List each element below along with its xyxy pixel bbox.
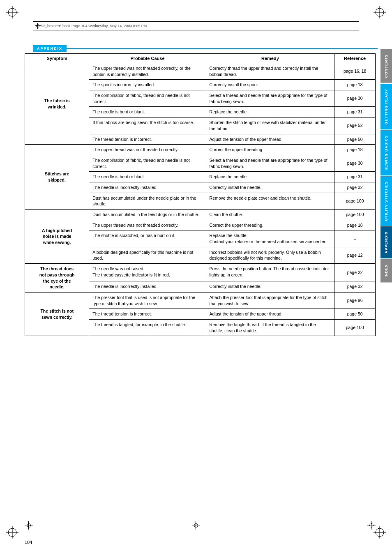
tab-getting-ready[interactable]: GETTING READY: [380, 84, 392, 129]
tab-contents-label: CONTENTS: [384, 54, 388, 78]
cause-cell: The upper thread was not threaded correc…: [89, 63, 206, 80]
ref-cell: page 31: [334, 172, 376, 182]
troubleshooting-table: Symptom Probable Cause Remedy Reference …: [25, 53, 376, 336]
table-row: A high-pitchednoise is madewhile sewing.…: [25, 210, 376, 220]
ref-cell: page 30: [334, 90, 376, 107]
col-header-symptom: Symptom: [25, 54, 89, 63]
ref-cell: page 96: [334, 292, 376, 309]
remedy-cell: Correctly install the needle.: [206, 182, 334, 193]
tab-sewing-basics-label: SEWING BASICS: [384, 135, 388, 170]
crosshair-icon: [367, 521, 376, 530]
main-content: Symptom Probable Cause Remedy Reference …: [25, 53, 376, 530]
ref-cell: page 16, 18: [334, 63, 376, 80]
cause-cell: The thread tension is incorrect.: [89, 309, 206, 320]
tab-utility-stitches-label: UTILITY STITCHES: [384, 181, 388, 221]
corner-mark-bl: [6, 526, 18, 539]
table-row: The stitch is notsewn correctly. The pre…: [25, 292, 376, 309]
cause-cell: The combination of fabric, thread and ne…: [89, 90, 206, 107]
table-row: Stitches areskipped. The upper thread wa…: [25, 145, 376, 155]
tab-contents[interactable]: CONTENTS: [380, 49, 392, 83]
symptom-fabric-wrinkled: The fabric iswrinkled.: [25, 63, 89, 145]
remedy-cell: Correct the upper threading.: [206, 145, 334, 155]
cause-cell: The needle was not raised.The thread cas…: [89, 264, 206, 281]
bottom-crosshair-center: [192, 521, 200, 530]
remedy-cell: Select a thread and needle that are appr…: [206, 90, 334, 107]
cause-cell: The needle is incorrectly installed.: [89, 182, 206, 193]
cause-cell: The spool is incorrectly installed.: [89, 80, 206, 90]
cause-cell: The presser foot that is used is not app…: [89, 292, 206, 309]
remedy-cell: Select a thread and needle that are appr…: [206, 155, 334, 171]
tab-sewing-basics[interactable]: SEWING BASICS: [380, 130, 392, 175]
ref-cell: page 18: [334, 220, 376, 230]
remedy-cell: Remove the needle plate cover and clean …: [206, 193, 334, 209]
crosshair-icon: [25, 521, 33, 530]
corner-mark-tr: [374, 6, 386, 18]
ref-cell: page 100: [334, 319, 376, 336]
file-info-bar: S2_brotherE.book Page 104 Wednesday, May…: [33, 21, 359, 30]
remedy-cell: Shorten the stitch length or sew with st…: [206, 117, 334, 134]
ref-cell: page 18: [334, 80, 376, 90]
cause-cell: A bobbin designed specifically for this …: [89, 247, 206, 263]
cause-cell: The shuttle is scratched, or has a burr …: [89, 230, 206, 247]
cause-cell: If thin fabrics are being sewn, the stit…: [89, 117, 206, 134]
remedy-cell: Replace the needle.: [206, 107, 334, 117]
ref-cell: page 22: [334, 264, 376, 281]
symptom-stitches-skipped: Stitches areskipped.: [25, 145, 89, 210]
cause-cell: The upper thread was not threaded correc…: [89, 145, 206, 155]
ref-cell: page 30: [334, 155, 376, 171]
symptom-high-pitched-noise: A high-pitchednoise is madewhile sewing.: [25, 210, 89, 264]
appendix-label: APPENDIX: [33, 45, 67, 52]
cause-cell: The thread is tangled, for example, in t…: [89, 319, 206, 336]
cause-cell: The thread tension is incorrect.: [89, 134, 206, 145]
ref-cell: page 50: [334, 309, 376, 320]
cause-cell: The upper thread was not threaded correc…: [89, 220, 206, 230]
remedy-cell: Correctly thread the upper thread and co…: [206, 63, 334, 80]
col-header-remedy: Remedy: [206, 54, 334, 63]
side-tabs: CONTENTS GETTING READY SEWING BASICS UTI…: [380, 49, 392, 283]
appendix-header: APPENDIX: [33, 45, 378, 52]
appendix-line: [67, 48, 378, 49]
ref-cell: page 100: [334, 210, 376, 220]
table-row: The fabric iswrinkled. The upper thread …: [25, 63, 376, 80]
file-info-text: S2_brotherE.book Page 104 Wednesday, May…: [41, 24, 147, 28]
page-container: S2_brotherE.book Page 104 Wednesday, May…: [0, 0, 392, 555]
table-row: The thread doesnot pass throughthe eye o…: [25, 264, 376, 281]
remedy-cell: Remove the tangle thread. If the thread …: [206, 319, 334, 336]
ref-cell: page 32: [334, 182, 376, 193]
symptom-thread-eye: The thread doesnot pass throughthe eye o…: [25, 264, 89, 292]
remedy-cell: Replace the shuttle.Contact your retaile…: [206, 230, 334, 247]
tab-appendix[interactable]: APPENDIX: [380, 226, 392, 258]
tab-index[interactable]: INDEX: [380, 259, 392, 283]
cause-cell: The needle is incorrectly installed.: [89, 281, 206, 292]
remedy-cell: Correctly install the needle.: [206, 281, 334, 292]
remedy-cell: Clean the shuttle.: [206, 210, 334, 220]
ref-cell: page 50: [334, 134, 376, 145]
remedy-cell: Correct the upper threading.: [206, 220, 334, 230]
ref-cell: page 12: [334, 247, 376, 263]
ref-cell: page 32: [334, 281, 376, 292]
tab-appendix-label: APPENDIX: [384, 231, 388, 253]
ref-cell: –: [334, 230, 376, 247]
col-header-reference: Reference: [334, 54, 376, 63]
remedy-cell: Replace the needle.: [206, 172, 334, 182]
remedy-cell: Adjust the tension of the upper thread.: [206, 309, 334, 320]
cause-cell: The needle is bent or blunt.: [89, 107, 206, 117]
symptom-stitch-not-sewn: The stitch is notsewn correctly.: [25, 292, 89, 336]
corner-mark-tl: [6, 6, 18, 18]
ref-cell: page 18: [334, 145, 376, 155]
ref-cell: page 100: [334, 193, 376, 209]
remedy-cell: Attach the presser foot that is appropri…: [206, 292, 334, 309]
bottom-crosshair-left: [25, 521, 33, 530]
ref-cell: page 31: [334, 107, 376, 117]
remedy-cell: Adjust the tension of the upper thread.: [206, 134, 334, 145]
bottom-crosshair-right: [367, 521, 376, 530]
remedy-cell: Correctly install the spool.: [206, 80, 334, 90]
crosshair-icon: [192, 521, 200, 530]
ref-cell: page 52: [334, 117, 376, 134]
remedy-cell: Press the needle position button. The th…: [206, 264, 334, 281]
cause-cell: Dust has accumulated in the feed dogs or…: [89, 210, 206, 220]
tab-index-label: INDEX: [384, 264, 388, 278]
tab-utility-stitches[interactable]: UTILITY STITCHES: [380, 176, 392, 226]
col-header-cause: Probable Cause: [89, 54, 206, 63]
page-number: 104: [25, 540, 32, 545]
